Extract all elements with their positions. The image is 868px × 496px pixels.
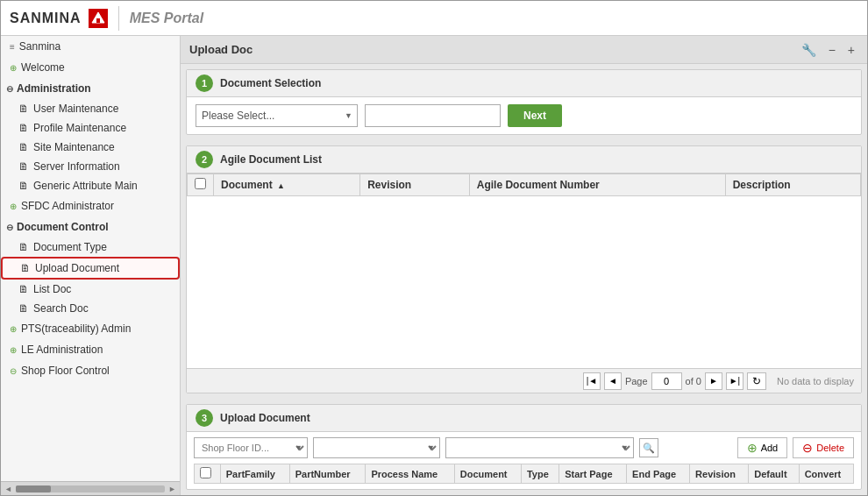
plus-button[interactable]: + (844, 41, 858, 59)
section3-number: 3 (196, 409, 213, 427)
hscroll-track (16, 485, 165, 492)
grid-icon: ≡ (10, 42, 15, 52)
sidebar-item-document-type[interactable]: 🗎 Document Type (1, 237, 180, 257)
pagination-bar: |◄ ◄ Page of 0 ► ►| ↻ No data to display (187, 368, 861, 393)
hscroll-left[interactable]: ◄ (4, 485, 12, 493)
wrench-icon[interactable]: 🔧 (798, 41, 820, 59)
header-divider (118, 6, 119, 31)
sidebar-item-pts[interactable]: ⊕ PTS(traceability) Admin (1, 318, 180, 339)
sidebar-item-site-maintenance[interactable]: 🗎 Site Maintenance (1, 138, 180, 157)
delete-button[interactable]: ⊖ Delete (793, 437, 854, 458)
section1-number: 1 (196, 74, 213, 92)
section2-label: Agile Document List (220, 153, 322, 166)
upload-th-processname: Process Name (366, 464, 454, 484)
sidebar-item-shopfloor[interactable]: ⊖ Shop Floor Control (1, 360, 180, 381)
section3-label: Upload Document (220, 412, 310, 424)
select-all-checkbox[interactable] (195, 178, 206, 189)
upload-th-partfamily: PartFamily (220, 464, 289, 484)
sidebar-item-profile-maintenance[interactable]: 🗎 Profile Maintenance (1, 118, 180, 138)
agile-table: Document ▲ Revision Agile Document Numbe… (187, 174, 861, 196)
add-button[interactable]: ⊕ Add (737, 437, 788, 458)
document-type-label: Document Type (33, 241, 107, 253)
doc-text-input[interactable] (365, 104, 501, 127)
prev-page-btn[interactable]: ◄ (604, 372, 622, 390)
plus-icon3: ⊕ (10, 324, 17, 334)
th-description: Description (725, 174, 860, 196)
sidebar-hscroll: ◄ ► (1, 481, 180, 495)
minus-icon5: ⊖ (10, 366, 17, 376)
sidebar-item-upload-document[interactable]: 🗎 Upload Document (1, 257, 180, 280)
shopfloor-id-select[interactable]: Shop Floor ID... (194, 437, 308, 458)
minus-button[interactable]: − (825, 41, 839, 59)
page-input[interactable] (651, 372, 682, 390)
of-label: of 0 (686, 376, 701, 386)
content-actions: 🔧 − + (798, 41, 858, 59)
no-data-label: No data to display (777, 376, 854, 386)
add-icon: ⊕ (747, 441, 758, 455)
plus-icon: ⊕ (10, 202, 17, 211)
upload-body: Shop Floor ID... (187, 432, 861, 489)
next-button[interactable]: Next (508, 104, 562, 127)
doc-icon: 🗎 (18, 141, 29, 153)
doc-icon: 🗎 (18, 160, 29, 173)
next-page-btn[interactable]: ► (705, 372, 722, 390)
sidebar-item-server-information[interactable]: 🗎 Server Information (1, 157, 180, 176)
upload-table: PartFamily PartNumber Process Name Docum… (194, 464, 854, 484)
site-maintenance-label: Site Maintenance (33, 141, 115, 153)
sidebar-welcome-label: Welcome (21, 61, 65, 74)
content-header: Upload Doc 🔧 − + (181, 36, 867, 64)
sidebar-scroll: ≡ Sanmina ⊕ Welcome ⊖ Administration 🗎 U… (1, 36, 180, 481)
minus-icon2: ⊖ (6, 223, 13, 232)
upload-th-type: Type (521, 464, 559, 484)
filter2-wrapper (313, 437, 440, 458)
sidebar-section-document-control[interactable]: ⊖ Document Control (1, 216, 180, 237)
doc-select-wrapper: Please Select... (196, 104, 358, 127)
sidebar-item-search-doc[interactable]: 🗎 Search Doc (1, 299, 180, 318)
th-document: Document ▲ (214, 174, 360, 196)
section2-number: 2 (196, 151, 213, 168)
col-revision: Revision (367, 179, 411, 191)
section3-header: 3 Upload Document (187, 405, 861, 432)
content-inner: 1 Document Selection Please Select... Ne… (181, 64, 867, 495)
sidebar-item-le[interactable]: ⊕ LE Administration (1, 339, 180, 360)
doc-icon: 🗎 (18, 103, 29, 115)
sidebar-item-generic-attribute[interactable]: 🗎 Generic Attribute Main (1, 176, 180, 195)
filter2-select[interactable] (313, 437, 440, 458)
logo-icon (89, 9, 108, 28)
administration-label: Administration (17, 82, 91, 95)
upload-th-partnumber: PartNumber (289, 464, 366, 484)
add-label: Add (761, 443, 779, 453)
doc-type-select[interactable]: Please Select... (196, 104, 358, 127)
doc-icon: 🗎 (18, 180, 29, 192)
main-layout: ≡ Sanmina ⊕ Welcome ⊖ Administration 🗎 U… (1, 36, 867, 495)
upload-th-revision: Revision (690, 464, 749, 484)
sidebar: ≡ Sanmina ⊕ Welcome ⊖ Administration 🗎 U… (1, 36, 181, 495)
filter-search-btn[interactable]: 🔍 (639, 438, 658, 457)
last-page-btn[interactable]: ►| (726, 372, 743, 390)
sidebar-item-user-maintenance[interactable]: 🗎 User Maintenance (1, 99, 180, 118)
filter3-select[interactable] (445, 437, 634, 458)
filter3-wrapper (445, 437, 634, 458)
logo-text: SANMINA (10, 11, 82, 26)
le-label: LE Administration (21, 344, 103, 356)
sidebar-item-welcome[interactable]: ⊕ Welcome (1, 57, 180, 78)
sort-icon[interactable]: ▲ (277, 181, 285, 190)
th-revision: Revision (360, 174, 470, 196)
sidebar-item-sfdc[interactable]: ⊕ SFDC Administrator (1, 195, 180, 216)
first-page-btn[interactable]: |◄ (583, 372, 601, 390)
section1-label: Document Selection (220, 77, 321, 89)
upload-select-all[interactable] (200, 467, 211, 478)
sidebar-item-list-doc[interactable]: 🗎 List Doc (1, 280, 180, 299)
th-checkbox (188, 174, 214, 196)
upload-th-convert: Convert (799, 464, 853, 484)
plus-icon4: ⊕ (10, 345, 17, 355)
hscroll-thumb[interactable] (16, 485, 51, 492)
doc-icon: 🗎 (18, 241, 29, 253)
pts-label: PTS(traceability) Admin (21, 322, 131, 335)
doc-selection-body: Please Select... Next (187, 97, 861, 134)
section1-header: 1 Document Selection (187, 70, 861, 97)
sidebar-item-sanmina[interactable]: ≡ Sanmina (1, 36, 180, 57)
hscroll-right[interactable]: ► (168, 485, 176, 493)
refresh-btn[interactable]: ↻ (747, 372, 766, 390)
sidebar-section-administration[interactable]: ⊖ Administration (1, 78, 180, 99)
